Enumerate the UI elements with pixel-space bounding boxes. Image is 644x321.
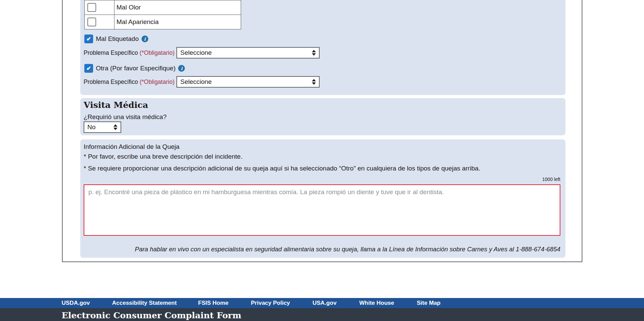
checkmark-icon: ✔: [86, 36, 91, 42]
checkmark-icon: ✔: [86, 66, 91, 71]
complaint-form-page: Mal Olor Mal Apariencia ✔ Mal Etiquetado…: [0, 0, 644, 321]
problem-label: Problema Específico (*Obligatario): [84, 49, 174, 56]
additional-info-panel: Información Adicional de la Queja * Por …: [80, 139, 565, 258]
row-label: Mal Apariencia: [114, 15, 241, 29]
complaint-types-panel: Mal Olor Mal Apariencia ✔ Mal Etiquetado…: [80, 0, 565, 95]
medical-visit-panel: Visita Médica ¿Requirió una visita médic…: [80, 98, 565, 135]
hotline-note: Para hablar en vivo con un especialista …: [135, 246, 560, 253]
checkbox-label: Otra (Por favor Especifique): [96, 65, 175, 72]
medical-visit-select[interactable]: No: [84, 121, 121, 133]
footer-form-title: Electronic Consumer Complaint Form: [62, 311, 241, 320]
problem-select-2[interactable]: Seleccione: [176, 76, 320, 88]
problem-label: Problema Específico (*Obligatario): [84, 78, 174, 86]
mal-etiquetado-checkbox[interactable]: ✔: [84, 35, 93, 43]
required-note: (*Obligatario): [139, 49, 174, 56]
complaint-types-table: Mal Olor Mal Apariencia: [84, 0, 241, 29]
table-row: Mal Olor: [85, 0, 241, 15]
footer-link-usda[interactable]: USDA.gov: [62, 298, 90, 308]
footer-link-usa-gov[interactable]: USA.gov: [313, 298, 337, 308]
footer-link-accessibility[interactable]: Accessibility Statement: [112, 298, 177, 308]
footer-links-bar: USDA.gov Accessibility Statement FSIS Ho…: [0, 298, 644, 308]
mal-olor-checkbox[interactable]: [87, 3, 96, 12]
info-icon[interactable]: i: [142, 36, 148, 42]
footer-link-site-map[interactable]: Site Map: [417, 298, 441, 308]
select-value: Seleccione: [180, 49, 212, 56]
required-note: (*Obligatario): [139, 78, 174, 85]
characters-remaining-counter: 1000 left: [542, 177, 560, 182]
otra-checkbox[interactable]: ✔: [84, 64, 93, 73]
problem-select-row-1: Problema Específico (*Obligatario) Selec…: [84, 47, 320, 59]
description-instruction: * Por favor, escribe una breve descripci…: [84, 153, 242, 160]
otro-instruction: * Se requiere proporcionar una descripci…: [84, 165, 480, 172]
problem-select-row-2: Problema Específico (*Obligatario) Selec…: [84, 76, 320, 88]
footer-link-white-house[interactable]: White House: [359, 298, 394, 308]
checkbox-label: Mal Etiquetado: [96, 35, 139, 43]
complaint-description-textarea[interactable]: [84, 184, 560, 236]
row-label: Mal Olor: [114, 0, 241, 15]
medical-visit-question: ¿Requirió una visita médica?: [84, 113, 167, 121]
footer-link-privacy[interactable]: Privacy Policy: [251, 298, 290, 308]
table-row: Mal Apariencia: [85, 15, 241, 29]
info-icon[interactable]: i: [178, 65, 185, 72]
otra-row: ✔ Otra (Por favor Especifique) i: [84, 64, 185, 73]
select-spinner-icon: [312, 79, 316, 85]
checkbox-cell: [85, 15, 114, 29]
footer-title-bar: Electronic Consumer Complaint Form: [0, 308, 644, 321]
checkbox-cell: [85, 0, 114, 15]
select-spinner-icon: [113, 124, 117, 130]
select-value: No: [87, 123, 95, 131]
select-spinner-icon: [312, 50, 316, 56]
mal-etiquetado-row: ✔ Mal Etiquetado i: [84, 35, 148, 43]
medical-visit-heading: Visita Médica: [84, 100, 148, 110]
additional-info-heading: Información Adicional de la Queja: [84, 143, 179, 151]
footer-link-fsis-home[interactable]: FSIS Home: [198, 298, 229, 308]
mal-apariencia-checkbox[interactable]: [87, 18, 96, 26]
select-value: Seleccione: [180, 78, 212, 86]
problem-select-1[interactable]: Seleccione: [176, 47, 320, 59]
